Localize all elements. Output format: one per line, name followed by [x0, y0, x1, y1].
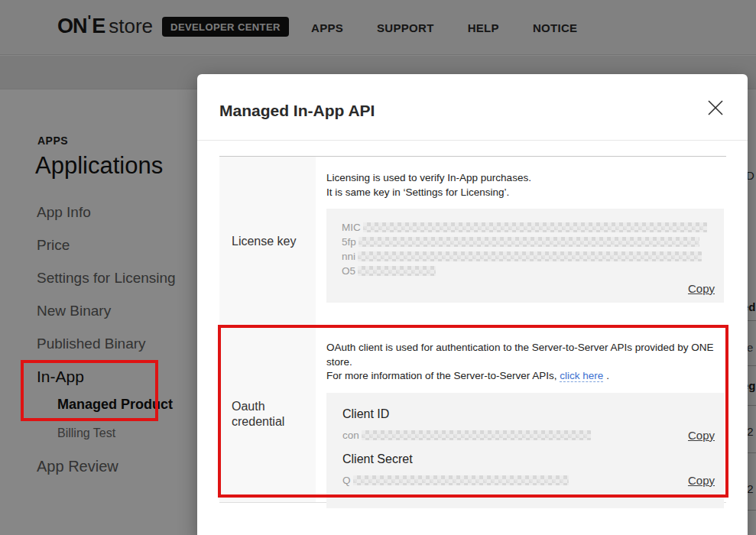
client-secret-value-row: Q Copy: [342, 473, 715, 488]
client-id-heading: Client ID: [342, 407, 715, 421]
license-description-line1: Licensing is used to verify In-App purch…: [326, 171, 726, 186]
license-key-value-line: nni: [342, 249, 715, 264]
blurred-license-key: [358, 266, 436, 276]
license-key-label: License key: [219, 157, 316, 326]
client-secret-heading: Client Secret: [342, 452, 715, 466]
license-key-value-line: 5fp: [342, 235, 715, 249]
modal-body: License key Licensing is used to verify …: [197, 141, 748, 503]
client-id-value: con: [342, 428, 688, 443]
oauth-credential-row: Oauth credential OAuth client is used fo…: [219, 326, 726, 502]
client-id-copy-button[interactable]: Copy: [688, 429, 715, 442]
license-copy-button[interactable]: Copy: [688, 282, 715, 295]
close-icon[interactable]: [705, 97, 726, 118]
blurred-license-key: [363, 222, 707, 232]
client-id-value-row: con Copy: [342, 428, 715, 443]
license-description-line2: It is same key in ‘Settings for Licensin…: [326, 186, 726, 200]
oauth-credential-content: OAuth client is used for authentication …: [316, 326, 726, 502]
blurred-license-key: [359, 237, 699, 247]
blurred-license-key: [358, 251, 702, 261]
managed-in-app-api-modal: Managed In-App API License key Licensing…: [197, 74, 748, 535]
api-info-table: License key Licensing is used to verify …: [219, 156, 726, 503]
client-secret-value: Q: [342, 473, 688, 488]
click-here-link[interactable]: click here: [560, 370, 603, 382]
license-key-content: Licensing is used to verify In-App purch…: [316, 157, 726, 326]
oauth-description-line1: OAuth client is used for authentication …: [326, 341, 726, 369]
modal-title: Managed In-App API: [219, 102, 375, 120]
oauth-description-line2: For more information of the Server-to-Se…: [326, 369, 726, 384]
license-key-value-line: O5: [342, 264, 715, 278]
blurred-client-id: [362, 430, 591, 440]
blurred-client-secret: [353, 475, 569, 485]
license-key-box: MIC 5fp nni O5 Copy: [326, 209, 724, 303]
license-key-row: License key Licensing is used to verify …: [219, 157, 726, 326]
oauth-credential-label: Oauth credential: [219, 326, 316, 502]
close-x-glyph: [706, 99, 725, 117]
oauth-credential-box: Client ID con Copy Client Secret Q Copy: [326, 393, 724, 508]
license-copy-row: Copy: [342, 282, 715, 296]
modal-header: Managed In-App API: [197, 74, 748, 141]
license-key-value-line: MIC: [342, 220, 715, 235]
client-secret-copy-button[interactable]: Copy: [688, 474, 715, 487]
